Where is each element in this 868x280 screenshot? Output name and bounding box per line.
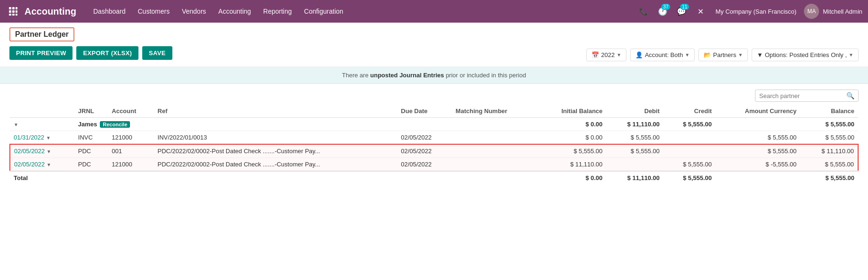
total-debit: $ 11,110.00 [606, 171, 663, 184]
row2-account: 001 [108, 144, 154, 158]
col-account: Account [108, 105, 154, 118]
message-icon[interactable]: 💬 11 [674, 4, 689, 19]
group-name: James [78, 121, 97, 128]
banner-suffix: prior or included in this period [444, 72, 526, 79]
row2-caret-icon: ▼ [47, 149, 51, 154]
row2-date-link[interactable]: 02/05/2022 [14, 148, 45, 155]
page-title: Partner Ledger [9, 27, 74, 41]
options-filter[interactable]: ▼ Options: Posted Entries Only , ▼ [752, 49, 859, 61]
svg-rect-2 [16, 7, 17, 9]
group-credit: $ 5,555.00 [664, 118, 716, 131]
options-filter-label: Options: Posted Entries Only , [765, 51, 847, 58]
svg-rect-4 [12, 10, 15, 13]
row2-jrnl: PDC [74, 144, 108, 158]
phone-icon[interactable]: 📞 [636, 4, 651, 19]
col-balance: Balance [800, 105, 858, 118]
col-credit: Credit [664, 105, 716, 118]
svg-rect-3 [9, 10, 11, 13]
row3-date-cell: 02/05/2022 ▼ [10, 158, 74, 172]
toolbar-row: PRINT PREVIEW EXPORT (XLSX) SAVE 📅 2022 … [9, 46, 859, 64]
nav-configuration[interactable]: Configuration [299, 5, 349, 18]
group-balance: $ 5,555.00 [800, 118, 858, 131]
row3-date-link[interactable]: 02/05/2022 [14, 161, 45, 168]
row2-debit: $ 5,555.00 [606, 144, 663, 158]
clock-badge: 37 [661, 4, 670, 10]
total-credit: $ 5,555.00 [664, 171, 716, 184]
row3-caret-icon: ▼ [47, 162, 51, 167]
banner-bold: unposted Journal Entries [370, 72, 444, 79]
total-row: Total $ 0.00 $ 11,110.00 $ 5,555.00 $ 5,… [10, 171, 858, 184]
row1-date-link[interactable]: 01/31/2022 [14, 134, 44, 141]
export-button[interactable]: EXPORT (XLSX) [76, 46, 138, 60]
account-filter-label: Account: Both [645, 51, 683, 58]
group-label: James Reconcile [78, 121, 533, 128]
print-preview-button[interactable]: PRINT PREVIEW [9, 46, 73, 60]
year-filter-label: 2022 [601, 51, 615, 58]
close-icon[interactable]: ✕ [693, 4, 708, 19]
app-title: Accounting [24, 6, 76, 17]
message-badge: 11 [680, 4, 689, 10]
search-icon: 🔍 [846, 92, 854, 99]
total-initial-balance: $ 0.00 [536, 171, 606, 184]
funnel-icon: ▼ [757, 51, 763, 58]
row3-matching-number [452, 158, 536, 172]
table-header-row: JRNL Account Ref Due Date Matching Numbe… [10, 105, 858, 118]
year-filter[interactable]: 📅 2022 ▼ [586, 49, 626, 61]
filters-bar: 📅 2022 ▼ 👤 Account: Both ▼ 📂 Partners ▼ … [586, 49, 859, 61]
row3-ref: PDC/2022/02/0002-Post Dated Check ......… [154, 158, 397, 172]
partners-filter-label: Partners [713, 51, 736, 58]
nav-menu: Dashboard Customers Vendors Accounting R… [88, 5, 634, 18]
row2-amount-currency: $ 5,555.00 [715, 144, 800, 158]
search-area: 🔍 [0, 84, 868, 105]
partners-filter[interactable]: 📂 Partners ▼ [698, 49, 748, 61]
account-person-icon: 👤 [635, 51, 643, 58]
col-debit: Debit [606, 105, 663, 118]
row2-date-cell: 02/05/2022 ▼ [10, 144, 74, 158]
reconcile-badge[interactable]: Reconcile [100, 121, 130, 128]
user-name: Mitchell Admin [823, 8, 862, 15]
row2-initial-balance: $ 5,555.00 [536, 144, 606, 158]
group-chevron[interactable]: ▼ [10, 118, 74, 131]
row1-date-cell: 01/31/2022 ▼ [10, 131, 74, 145]
group-amount-currency [715, 118, 800, 131]
row3-credit: $ 5,555.00 [664, 158, 716, 172]
svg-rect-0 [9, 7, 11, 9]
save-button[interactable]: SAVE [142, 46, 172, 60]
nav-vendors[interactable]: Vendors [176, 5, 211, 18]
account-caret-icon: ▼ [685, 52, 690, 58]
row3-debit [606, 158, 663, 172]
table-row: 02/05/2022 ▼ PDC 001 PDC/2022/02/0002-Po… [10, 144, 858, 158]
partners-folder-icon: 📂 [704, 51, 711, 58]
ledger-table: JRNL Account Ref Due Date Matching Numbe… [9, 105, 859, 184]
nav-dashboard[interactable]: Dashboard [88, 5, 131, 18]
table-row: 02/05/2022 ▼ PDC 121000 PDC/2022/02/0002… [10, 158, 858, 172]
user-avatar[interactable]: MA [804, 4, 819, 19]
company-name: My Company (San Francisco) [715, 8, 796, 15]
account-filter[interactable]: 👤 Account: Both ▼ [630, 49, 695, 61]
chevron-down-icon: ▼ [14, 122, 18, 127]
col-ref: Ref [154, 105, 397, 118]
svg-rect-7 [12, 14, 15, 16]
search-input[interactable] [759, 92, 846, 99]
row3-jrnl: PDC [74, 158, 108, 172]
nav-accounting[interactable]: Accounting [213, 5, 257, 18]
clock-icon[interactable]: 🕐 37 [655, 4, 670, 19]
row3-initial-balance: $ 11,110.00 [536, 158, 606, 172]
col-initial-balance: Initial Balance [536, 105, 606, 118]
info-banner: There are unposted Journal Entries prior… [0, 67, 868, 84]
row1-jrnl: INVC [74, 131, 108, 145]
grid-menu-icon[interactable] [6, 4, 21, 19]
nav-customers[interactable]: Customers [132, 5, 176, 18]
row3-amount-currency: $ -5,555.00 [715, 158, 800, 172]
banner-prefix: There are [342, 72, 370, 79]
nav-reporting[interactable]: Reporting [258, 5, 298, 18]
row1-ref: INV/2022/01/0013 [154, 131, 397, 145]
calendar-icon: 📅 [592, 51, 599, 58]
top-navigation: Accounting Dashboard Customers Vendors A… [0, 0, 868, 23]
row2-balance: $ 11,110.00 [800, 144, 858, 158]
col-arrow [10, 105, 74, 118]
page-header: Partner Ledger PRINT PREVIEW EXPORT (XLS… [0, 23, 868, 67]
col-amount-currency: Amount Currency [715, 105, 800, 118]
svg-rect-1 [12, 7, 15, 9]
row2-ref: PDC/2022/02/0002-Post Dated Check ......… [154, 144, 397, 158]
